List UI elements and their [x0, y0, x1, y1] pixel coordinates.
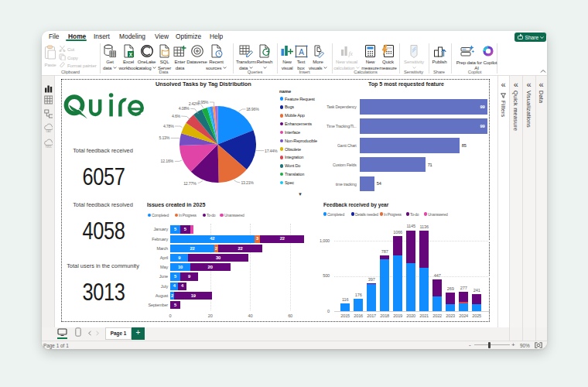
svg-text:A: A — [299, 48, 304, 57]
svg-text:DAX: DAX — [46, 130, 51, 133]
svg-text:TMDL: TMDL — [45, 145, 52, 148]
svg-text:fx: fx — [349, 50, 354, 57]
svg-text:Share: Share — [525, 35, 539, 40]
svg-text:X: X — [128, 52, 132, 57]
